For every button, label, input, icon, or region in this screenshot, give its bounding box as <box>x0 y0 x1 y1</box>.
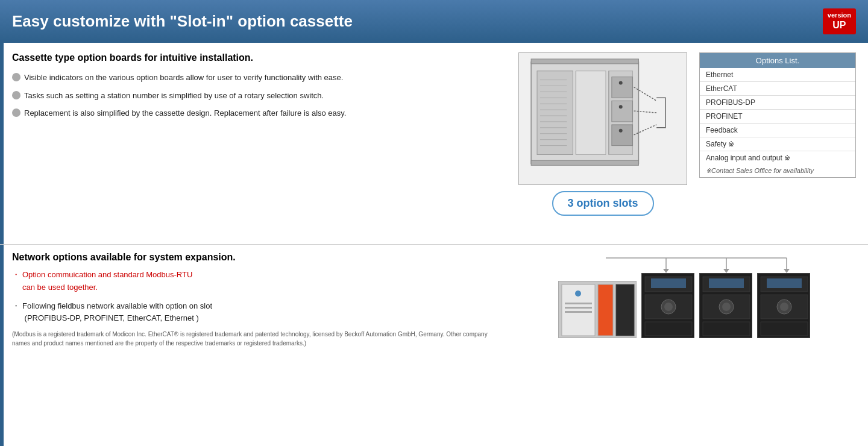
bullet-item-1: Visible indicators on the various option… <box>12 72 512 84</box>
version-badge: version UP <box>823 8 856 34</box>
drive-1 <box>641 273 694 338</box>
bullet-text-2: Tasks such as setting a station number i… <box>24 90 324 102</box>
svg-rect-11 <box>531 160 638 165</box>
svg-point-52 <box>664 303 673 311</box>
svg-point-43 <box>575 291 581 297</box>
device-image <box>518 52 687 185</box>
option-item-ethernet: Ethernet <box>700 68 855 82</box>
black-bullet-item-1: ・ Following fieldbus network available w… <box>12 300 506 325</box>
option-item-profibus: PROFIBUS-DP <box>700 96 855 110</box>
svg-rect-3 <box>576 71 606 155</box>
network-diagram <box>506 245 868 446</box>
option-item-safety: Safety ※ <box>700 137 855 151</box>
bullet-dot-1 <box>12 73 20 81</box>
device-row <box>558 273 810 338</box>
arrows-svg <box>515 252 853 273</box>
red-bullet-text-1: Option commuication and standard Modbus-… <box>22 269 192 294</box>
options-list-panel: Options List. Ethernet EtherCAT PROFIBUS… <box>699 52 856 178</box>
svg-rect-49 <box>651 278 686 288</box>
option-slots-badge: 3 option slots <box>552 191 654 216</box>
bullet-item-2: Tasks such as setting a station number i… <box>12 90 512 102</box>
version-line1: version <box>828 11 851 19</box>
svg-rect-44 <box>565 303 592 304</box>
svg-point-59 <box>722 303 731 311</box>
option-slots-label: 3 option slots <box>568 197 638 209</box>
top-left-content: Cassette type option boards for intuitiv… <box>12 43 512 244</box>
svg-marker-36 <box>723 269 729 273</box>
content-wrapper: Easy customize with "Slot-in" option cas… <box>0 0 868 446</box>
bullet-dot-2 <box>12 91 20 99</box>
drive-2 <box>699 273 752 338</box>
black-bullet-text-1: Following fieldbus network available wit… <box>22 300 212 325</box>
svg-rect-10 <box>531 59 638 64</box>
drive-3 <box>757 273 810 338</box>
version-line2: UP <box>828 19 851 32</box>
option-item-ethercat: EtherCAT <box>700 82 855 96</box>
svg-point-29 <box>619 129 623 133</box>
bullet-text-3: Replacement is also simplified by the ca… <box>24 107 346 119</box>
black-bullet-dot: ・ <box>12 300 20 313</box>
svg-rect-42 <box>616 284 634 336</box>
svg-rect-53 <box>645 322 692 336</box>
svg-rect-60 <box>703 322 750 336</box>
bullet-text-1: Visible indicators on the various option… <box>24 72 343 84</box>
svg-rect-6 <box>612 101 633 122</box>
bullet-item-3: Replacement is also simplified by the ca… <box>12 107 512 119</box>
main-device-box <box>558 281 637 338</box>
svg-rect-45 <box>565 307 592 309</box>
page-title: Easy customize with "Slot-in" option cas… <box>12 12 353 31</box>
svg-rect-63 <box>767 278 802 288</box>
svg-rect-7 <box>612 125 633 146</box>
svg-rect-5 <box>612 77 633 98</box>
page-container: Easy customize with "Slot-in" option cas… <box>0 0 868 446</box>
bottom-left-content: Network options available for system exp… <box>12 245 506 446</box>
svg-point-28 <box>619 105 623 108</box>
svg-point-27 <box>619 81 623 85</box>
options-list-header: Options List. <box>700 53 855 68</box>
top-blue-bar <box>0 43 4 244</box>
header: Easy customize with "Slot-in" option cas… <box>0 0 868 43</box>
bottom-row: Network options available for system exp… <box>0 245 868 446</box>
svg-rect-2 <box>537 71 573 155</box>
top-bullet-list: Visible indicators on the various option… <box>12 72 512 119</box>
svg-rect-56 <box>709 278 744 288</box>
svg-point-66 <box>780 303 788 311</box>
sections-wrapper: Cassette type option boards for intuitiv… <box>0 43 868 446</box>
top-section-title: Cassette type option boards for intuitiv… <box>12 52 512 63</box>
disclaimer-text: (Modbus is a registered trademark of Mod… <box>12 330 506 348</box>
option-item-profinet: PROFINET <box>700 110 855 124</box>
svg-rect-41 <box>598 284 613 336</box>
top-center-content: 3 option slots <box>512 43 699 244</box>
svg-marker-34 <box>663 269 669 273</box>
svg-rect-46 <box>565 311 592 313</box>
svg-rect-67 <box>761 322 808 336</box>
black-bullet-list: ・ Following fieldbus network available w… <box>12 300 506 325</box>
bullet-dot-3 <box>12 108 20 117</box>
option-item-feedback: Feedback <box>700 124 855 137</box>
bottom-blue-bar <box>0 245 4 446</box>
red-bullet-item-1: ・ Option commuication and standard Modbu… <box>12 269 506 294</box>
top-row: Cassette type option boards for intuitiv… <box>0 43 868 245</box>
red-bullet-dot: ・ <box>12 269 20 281</box>
bottom-section-title: Network options available for system exp… <box>12 252 506 263</box>
svg-marker-38 <box>784 269 790 273</box>
option-item-analog: Analog input and output ※ <box>700 151 855 165</box>
red-bullet-list: ・ Option commuication and standard Modbu… <box>12 269 506 294</box>
options-note: ※Contact Sales Office for availability <box>700 165 855 177</box>
